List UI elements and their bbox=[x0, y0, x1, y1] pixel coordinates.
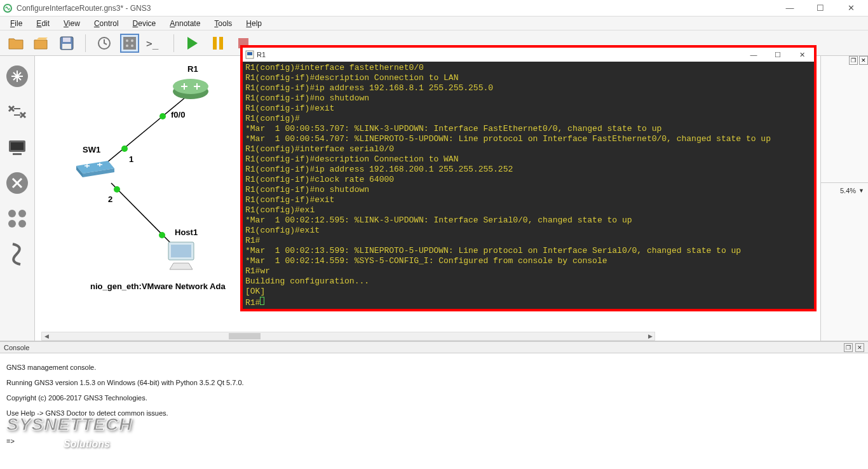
svg-point-27 bbox=[114, 186, 120, 193]
console-line: Copyright (c) 2006-2017 GNS3 Technologie… bbox=[6, 394, 862, 402]
scroll-left-arrow[interactable]: ◀ bbox=[42, 332, 51, 340]
svg-point-30 bbox=[173, 79, 208, 94]
sw1-label: SW1 bbox=[83, 145, 100, 154]
svg-point-19 bbox=[8, 210, 16, 217]
svg-rect-3 bbox=[62, 44, 71, 49]
menu-help[interactable]: Help bbox=[240, 18, 268, 29]
console-output[interactable]: GNS3 management console. Running GNS3 ve… bbox=[0, 353, 868, 469]
watermark-tagline: Solutions bbox=[64, 438, 132, 450]
scroll-right-arrow[interactable]: ▶ bbox=[646, 332, 654, 340]
zoom-dropdown-icon[interactable]: ▼ bbox=[858, 187, 864, 194]
gns3-app-icon bbox=[3, 3, 13, 13]
terminal-window: R1 — ☐ ✕ R1(config)#interface fastethern… bbox=[240, 45, 817, 311]
menu-tools[interactable]: Tools bbox=[208, 18, 238, 29]
svg-point-21 bbox=[8, 220, 16, 228]
r1-label: R1 bbox=[187, 64, 198, 74]
menu-device[interactable]: Device bbox=[126, 18, 163, 29]
putty-icon bbox=[245, 50, 254, 59]
terminal-close-button[interactable]: ✕ bbox=[795, 50, 809, 60]
start-all-button[interactable] bbox=[183, 34, 202, 53]
terminal-maximize-button[interactable]: ☐ bbox=[771, 50, 785, 60]
menu-edit[interactable]: Edit bbox=[30, 18, 56, 29]
console-line: Running GNS3 version 1.5.3 on Windows (6… bbox=[6, 379, 862, 386]
menu-annotate[interactable]: Annotate bbox=[163, 18, 207, 29]
watermark: SYSNETTECH Solutions bbox=[6, 407, 132, 458]
menu-bar: File Edit View Control Device Annotate T… bbox=[0, 17, 868, 31]
svg-rect-12 bbox=[219, 37, 223, 50]
device-sidebar bbox=[0, 56, 35, 341]
add-link-button[interactable] bbox=[4, 241, 30, 267]
all-devices-category-button[interactable] bbox=[4, 206, 30, 231]
switch-sw1-icon[interactable] bbox=[73, 154, 118, 180]
svg-rect-5 bbox=[123, 37, 136, 50]
host1-icon[interactable] bbox=[162, 239, 200, 274]
port1-label: 1 bbox=[129, 154, 133, 164]
terminal-titlebar[interactable]: R1 — ☐ ✕ bbox=[243, 48, 814, 62]
svg-rect-17 bbox=[13, 153, 22, 155]
switches-category-button[interactable] bbox=[4, 99, 30, 125]
reload-button[interactable] bbox=[95, 34, 114, 53]
window-close-button[interactable]: ✕ bbox=[841, 2, 860, 15]
host1-label: Host1 bbox=[175, 228, 198, 237]
menu-file[interactable]: File bbox=[4, 18, 29, 29]
console-panel: Console ❐ ✕ GNS3 management console. Run… bbox=[0, 341, 868, 469]
svg-rect-16 bbox=[11, 142, 24, 150]
horizontal-scrollbar[interactable]: ◀ ▶ bbox=[41, 332, 655, 341]
window-minimize-button[interactable]: — bbox=[780, 2, 799, 15]
menu-view[interactable]: View bbox=[57, 18, 86, 29]
nio-label: nio_gen_eth:VMware Network Ada bbox=[90, 282, 226, 291]
panel-float-button[interactable]: ❐ bbox=[849, 56, 858, 65]
console-close-button[interactable]: ✕ bbox=[855, 343, 864, 352]
console-button[interactable]: >_ bbox=[146, 34, 165, 53]
console-line: GNS3 management console. bbox=[6, 364, 862, 371]
new-project-button[interactable] bbox=[6, 34, 25, 53]
terminal-title: R1 bbox=[257, 51, 747, 58]
f00-label: f0/0 bbox=[171, 110, 185, 119]
scrollbar-thumb[interactable] bbox=[229, 333, 261, 339]
svg-point-26 bbox=[121, 146, 128, 152]
zoom-level: 5.4% ▼ bbox=[840, 187, 864, 194]
console-prompt: => bbox=[6, 437, 862, 445]
show-grid-button[interactable] bbox=[120, 34, 139, 53]
svg-text:>_: >_ bbox=[146, 37, 159, 50]
svg-point-7 bbox=[131, 39, 133, 42]
menu-control[interactable]: Control bbox=[88, 18, 125, 29]
end-devices-category-button[interactable] bbox=[4, 135, 30, 160]
svg-line-24 bbox=[111, 183, 174, 247]
svg-rect-11 bbox=[213, 37, 217, 50]
svg-point-25 bbox=[159, 113, 166, 119]
terminal-minimize-button[interactable]: — bbox=[747, 50, 761, 60]
svg-point-8 bbox=[126, 44, 128, 47]
svg-point-9 bbox=[131, 44, 133, 47]
svg-point-22 bbox=[18, 220, 26, 228]
console-float-button[interactable]: ❐ bbox=[844, 343, 853, 352]
svg-rect-32 bbox=[171, 245, 191, 257]
save-project-button[interactable] bbox=[57, 34, 76, 53]
router-r1-icon[interactable] bbox=[172, 75, 210, 100]
port2-label: 2 bbox=[108, 194, 112, 204]
svg-point-20 bbox=[18, 210, 26, 217]
panel-close-button[interactable]: ✕ bbox=[859, 56, 868, 65]
svg-rect-34 bbox=[247, 52, 252, 55]
window-title: ConfigureInterfaceRouter.gns3* - GNS3 bbox=[17, 4, 780, 13]
open-project-button[interactable] bbox=[32, 34, 51, 53]
terminal-output[interactable]: R1(config)#interface fastethernet0/0 R1(… bbox=[243, 62, 814, 309]
right-panel: ❐ ✕ 5.4% ▼ bbox=[820, 56, 868, 341]
zoom-value: 5.4% bbox=[840, 187, 856, 194]
svg-point-6 bbox=[126, 39, 128, 42]
window-titlebar: ConfigureInterfaceRouter.gns3* - GNS3 — … bbox=[0, 0, 868, 17]
console-title: Console bbox=[4, 344, 29, 351]
window-maximize-button[interactable]: ☐ bbox=[811, 2, 830, 15]
pause-all-button[interactable] bbox=[208, 34, 227, 53]
console-line: Use Help -> GNS3 Doctor to detect common… bbox=[6, 409, 862, 417]
svg-point-28 bbox=[159, 232, 165, 238]
svg-rect-2 bbox=[63, 37, 71, 42]
watermark-brand: SYSNETTECH bbox=[6, 414, 132, 435]
routers-category-button[interactable] bbox=[4, 64, 30, 89]
security-devices-category-button[interactable] bbox=[4, 170, 30, 196]
